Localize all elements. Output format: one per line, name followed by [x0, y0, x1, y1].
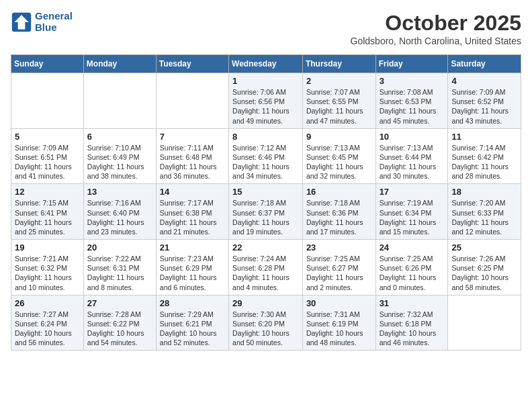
day-info: Sunrise: 7:10 AM Sunset: 6:49 PM Dayligh… — [87, 143, 152, 181]
day-info: Sunrise: 7:06 AM Sunset: 6:56 PM Dayligh… — [232, 87, 299, 126]
day-number: 24 — [380, 242, 445, 253]
day-number: 6 — [87, 132, 152, 142]
day-info: Sunrise: 7:25 AM Sunset: 6:26 PM Dayligh… — [380, 254, 445, 292]
day-number: 4 — [451, 76, 517, 86]
calendar-cell: 19Sunrise: 7:21 AM Sunset: 6:32 PM Dayli… — [11, 240, 84, 295]
day-info: Sunrise: 7:23 AM Sunset: 6:29 PM Dayligh… — [160, 254, 225, 292]
calendar-table: SundayMondayTuesdayWednesdayThursdayFrid… — [11, 54, 521, 351]
logo-icon — [11, 11, 32, 33]
calendar-cell: 6Sunrise: 7:10 AM Sunset: 6:49 PM Daylig… — [83, 128, 156, 184]
calendar-cell: 16Sunrise: 7:18 AM Sunset: 6:36 PM Dayli… — [302, 184, 375, 240]
day-info: Sunrise: 7:14 AM Sunset: 6:42 PM Dayligh… — [451, 143, 517, 181]
calendar-cell: 29Sunrise: 7:30 AM Sunset: 6:20 PM Dayli… — [229, 295, 303, 351]
calendar-cell: 5Sunrise: 7:09 AM Sunset: 6:51 PM Daylig… — [11, 128, 84, 184]
day-number: 1 — [232, 76, 299, 86]
day-number: 17 — [380, 187, 445, 197]
day-info: Sunrise: 7:20 AM Sunset: 6:33 PM Dayligh… — [451, 198, 517, 236]
day-info: Sunrise: 7:13 AM Sunset: 6:44 PM Dayligh… — [380, 143, 445, 181]
calendar-week-row: 19Sunrise: 7:21 AM Sunset: 6:32 PM Dayli… — [11, 240, 521, 295]
calendar-cell: 26Sunrise: 7:27 AM Sunset: 6:24 PM Dayli… — [11, 295, 84, 351]
weekday-header-monday: Monday — [83, 55, 156, 73]
calendar-week-row: 5Sunrise: 7:09 AM Sunset: 6:51 PM Daylig… — [11, 128, 521, 184]
calendar-cell — [83, 73, 156, 129]
day-number: 16 — [306, 187, 372, 197]
month-title: October 2025 — [351, 11, 521, 36]
calendar-cell: 30Sunrise: 7:31 AM Sunset: 6:19 PM Dayli… — [302, 295, 375, 351]
day-number: 7 — [160, 132, 225, 142]
calendar-cell: 25Sunrise: 7:26 AM Sunset: 6:25 PM Dayli… — [448, 240, 521, 295]
day-info: Sunrise: 7:09 AM Sunset: 6:51 PM Dayligh… — [15, 143, 80, 181]
calendar-week-row: 12Sunrise: 7:15 AM Sunset: 6:41 PM Dayli… — [11, 184, 521, 240]
calendar-cell: 28Sunrise: 7:29 AM Sunset: 6:21 PM Dayli… — [156, 295, 228, 351]
day-number: 27 — [87, 298, 152, 308]
day-info: Sunrise: 7:27 AM Sunset: 6:24 PM Dayligh… — [15, 310, 80, 348]
calendar-cell — [156, 73, 228, 129]
weekday-header-wednesday: Wednesday — [229, 55, 303, 73]
day-info: Sunrise: 7:32 AM Sunset: 6:18 PM Dayligh… — [380, 310, 445, 348]
calendar-cell: 3Sunrise: 7:08 AM Sunset: 6:53 PM Daylig… — [375, 73, 448, 129]
weekday-header-tuesday: Tuesday — [156, 55, 228, 73]
day-number: 8 — [232, 132, 299, 142]
day-number: 25 — [451, 242, 517, 253]
calendar-cell: 15Sunrise: 7:18 AM Sunset: 6:37 PM Dayli… — [229, 184, 303, 240]
day-number: 2 — [306, 76, 372, 86]
day-info: Sunrise: 7:31 AM Sunset: 6:19 PM Dayligh… — [306, 310, 372, 348]
calendar-cell — [11, 73, 84, 129]
calendar-cell: 4Sunrise: 7:09 AM Sunset: 6:52 PM Daylig… — [448, 73, 521, 129]
day-info: Sunrise: 7:25 AM Sunset: 6:27 PM Dayligh… — [306, 254, 372, 292]
calendar-cell — [448, 295, 521, 351]
calendar-cell: 1Sunrise: 7:06 AM Sunset: 6:56 PM Daylig… — [229, 73, 303, 129]
logo-text: General Blue — [35, 11, 73, 33]
day-info: Sunrise: 7:16 AM Sunset: 6:40 PM Dayligh… — [87, 198, 152, 236]
calendar-cell: 11Sunrise: 7:14 AM Sunset: 6:42 PM Dayli… — [448, 128, 521, 184]
day-number: 5 — [15, 132, 80, 142]
logo: General Blue — [11, 11, 73, 33]
weekday-header-sunday: Sunday — [11, 55, 84, 73]
day-number: 13 — [87, 187, 152, 197]
day-info: Sunrise: 7:12 AM Sunset: 6:46 PM Dayligh… — [232, 143, 299, 181]
day-number: 20 — [87, 242, 152, 253]
calendar-cell: 14Sunrise: 7:17 AM Sunset: 6:38 PM Dayli… — [156, 184, 228, 240]
calendar-cell: 9Sunrise: 7:13 AM Sunset: 6:45 PM Daylig… — [302, 128, 375, 184]
calendar-cell: 27Sunrise: 7:28 AM Sunset: 6:22 PM Dayli… — [83, 295, 156, 351]
calendar-cell: 21Sunrise: 7:23 AM Sunset: 6:29 PM Dayli… — [156, 240, 228, 295]
day-number: 10 — [380, 132, 445, 142]
day-number: 15 — [232, 187, 299, 197]
day-number: 18 — [451, 187, 517, 197]
day-info: Sunrise: 7:09 AM Sunset: 6:52 PM Dayligh… — [451, 87, 517, 126]
calendar-cell: 23Sunrise: 7:25 AM Sunset: 6:27 PM Dayli… — [302, 240, 375, 295]
logo-line1: General — [35, 10, 73, 21]
day-number: 3 — [380, 76, 445, 86]
day-info: Sunrise: 7:19 AM Sunset: 6:34 PM Dayligh… — [380, 198, 445, 236]
day-info: Sunrise: 7:21 AM Sunset: 6:32 PM Dayligh… — [15, 254, 80, 292]
day-info: Sunrise: 7:26 AM Sunset: 6:25 PM Dayligh… — [451, 254, 517, 292]
calendar-week-row: 1Sunrise: 7:06 AM Sunset: 6:56 PM Daylig… — [11, 73, 521, 129]
day-number: 14 — [160, 187, 225, 197]
calendar-cell: 12Sunrise: 7:15 AM Sunset: 6:41 PM Dayli… — [11, 184, 84, 240]
day-info: Sunrise: 7:17 AM Sunset: 6:38 PM Dayligh… — [160, 198, 225, 236]
day-info: Sunrise: 7:11 AM Sunset: 6:48 PM Dayligh… — [160, 143, 225, 181]
day-info: Sunrise: 7:28 AM Sunset: 6:22 PM Dayligh… — [87, 310, 152, 348]
calendar-cell: 2Sunrise: 7:07 AM Sunset: 6:55 PM Daylig… — [302, 73, 375, 129]
day-info: Sunrise: 7:08 AM Sunset: 6:53 PM Dayligh… — [380, 87, 445, 126]
calendar-cell: 22Sunrise: 7:24 AM Sunset: 6:28 PM Dayli… — [229, 240, 303, 295]
weekday-header-friday: Friday — [375, 55, 448, 73]
day-number: 9 — [306, 132, 372, 142]
weekday-header-saturday: Saturday — [448, 55, 521, 73]
day-number: 19 — [15, 242, 80, 253]
day-number: 30 — [306, 298, 372, 308]
calendar-cell: 18Sunrise: 7:20 AM Sunset: 6:33 PM Dayli… — [448, 184, 521, 240]
calendar-cell: 7Sunrise: 7:11 AM Sunset: 6:48 PM Daylig… — [156, 128, 228, 184]
calendar-cell: 13Sunrise: 7:16 AM Sunset: 6:40 PM Dayli… — [83, 184, 156, 240]
calendar-cell: 24Sunrise: 7:25 AM Sunset: 6:26 PM Dayli… — [375, 240, 448, 295]
calendar-cell: 31Sunrise: 7:32 AM Sunset: 6:18 PM Dayli… — [375, 295, 448, 351]
page-header: General Blue October 2025 Goldsboro, Nor… — [11, 11, 521, 46]
day-info: Sunrise: 7:24 AM Sunset: 6:28 PM Dayligh… — [232, 254, 299, 292]
day-info: Sunrise: 7:29 AM Sunset: 6:21 PM Dayligh… — [160, 310, 225, 348]
location-subtitle: Goldsboro, North Carolina, United States — [351, 36, 521, 46]
day-number: 12 — [15, 187, 80, 197]
title-block: October 2025 Goldsboro, North Carolina, … — [351, 11, 521, 46]
calendar-cell: 10Sunrise: 7:13 AM Sunset: 6:44 PM Dayli… — [375, 128, 448, 184]
calendar-week-row: 26Sunrise: 7:27 AM Sunset: 6:24 PM Dayli… — [11, 295, 521, 351]
day-info: Sunrise: 7:15 AM Sunset: 6:41 PM Dayligh… — [15, 198, 80, 236]
